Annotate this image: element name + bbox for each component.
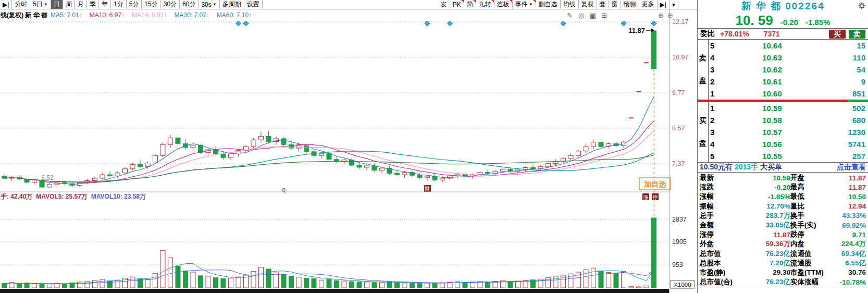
volume-axis-tick: 1905 — [672, 238, 687, 246]
toolbar-btn-fuquan[interactable]: 复权 — [579, 0, 597, 9]
buy-level-3[interactable]: 310.571230 — [709, 126, 868, 138]
gear-icon[interactable] — [858, 2, 865, 11]
toolbar-btn-ji[interactable]: 季 — [87, 0, 99, 9]
quote-details: 最新10.59开盘11.87涨跌-0.20最高11.87涨幅-1.85%最低10… — [698, 173, 868, 287]
toolbar-btn-die[interactable]: 叠 — [597, 0, 609, 9]
toolbar-btn-chuang[interactable]: 窗 — [609, 0, 621, 9]
bottom-scroll-strip[interactable] — [0, 289, 669, 293]
pen-icon[interactable]: ✎ — [567, 11, 573, 19]
lock-icon[interactable]: ⊞ — [601, 11, 607, 19]
buy-level-5[interactable]: 510.55257 — [709, 150, 868, 162]
detail-row-9: 总股本7.20亿流通股6.55亿 — [698, 259, 868, 268]
toolbar-btn-shezhi[interactable]: 设置 — [244, 0, 263, 9]
vol-legend-1: MAVOL5: 25.57万 — [36, 193, 87, 200]
buy-side-label: 买盘 — [698, 102, 709, 162]
brush-icon[interactable]: ▣ — [590, 11, 596, 19]
toolbar-btn-junxian[interactable]: 均线 — [561, 0, 579, 9]
buy-level-1[interactable]: 110.59502 — [709, 102, 868, 114]
eye-icon[interactable]: ◎ — [578, 11, 584, 19]
price-axis-tick: 8.57 — [672, 125, 685, 132]
toolbar-btn-pk[interactable]: PK — [450, 0, 464, 9]
ma-legend-3: MA30: 7.07↓ — [174, 11, 213, 19]
toolbar-btn-shijian[interactable]: 事件▼ — [513, 0, 536, 9]
toolbar-btn-min60[interactable]: 60分 — [180, 0, 199, 9]
volume-axis-tick: 2837 — [672, 216, 687, 223]
toolbar-btn-jiuzhuan[interactable]: 九转 — [476, 0, 494, 9]
toolbar-btn-jian[interactable]: 简 — [464, 0, 476, 9]
toolbar-btn-min30[interactable]: 30分 — [161, 0, 180, 9]
toolbar-btn-zhou[interactable]: 周 — [63, 0, 75, 9]
sell-side-label: 卖盘 — [698, 40, 709, 100]
toolbar-btn-s30[interactable]: 30s▼ — [199, 0, 219, 9]
price-block: 10. 59 -0.20 -1.85% — [698, 13, 868, 28]
order-book-buy: 买盘110.59502210.58680310.571230410.565741… — [698, 102, 868, 162]
detail-row-5: 金额33.05亿换手(实)69.92% — [698, 221, 868, 230]
buy-level-2[interactable]: 210.58680 — [709, 114, 868, 126]
sell-level-5[interactable]: 510.6415 — [709, 40, 868, 52]
big-order-text: 10.50元有 2013手 大买单 — [700, 163, 782, 172]
detail-row-3: 振幅12.70%量比12.94 — [698, 202, 868, 211]
period-label: 日线(复权) 新 华 都 — [0, 11, 47, 19]
zoom-out-icon[interactable]: ⊖ — [667, 11, 673, 19]
zoom-in-icon[interactable]: ⊕ — [658, 11, 664, 19]
weibi-label: 委比 — [700, 29, 715, 39]
toolbar-btn-lianban[interactable]: 连板 — [494, 0, 513, 9]
sell-level-3[interactable]: 310.6254 — [709, 64, 868, 76]
buy-level-4[interactable]: 410.565741 — [709, 138, 868, 150]
ma5-line — [4, 96, 654, 185]
new-flag-icon — [461, 0, 464, 3]
detail-row-0: 最新10.59开盘11.87 — [698, 173, 868, 182]
view-details-link[interactable]: 点击查看 — [837, 163, 866, 172]
detail-row-6: 涨停11.87跌停9.71 — [698, 230, 868, 239]
toolbar-btn-collapse[interactable]: ▶| — [0, 0, 12, 9]
toolbar-tools-group: 发PK简九转连板事件▼删自选均线复权叠窗预测更多▶|▾ — [438, 0, 678, 9]
price-axis-tick: 9.77 — [672, 89, 685, 96]
toolbar: ▶|分时5日▼日周月季年1分5分15分30分60分30s▼多周期设置 发PK简九… — [0, 0, 697, 9]
last-price: 10. 59 — [735, 13, 773, 29]
toolbar-btn-duozhouqi[interactable]: 多周期 — [220, 0, 244, 9]
toolbar-btn-min1[interactable]: 1分 — [111, 0, 127, 9]
toolbar-btn-yuce[interactable]: 预测 — [621, 0, 639, 9]
detail-row-10: 市盈(静)29.30市盈(TTM)30.76 — [698, 268, 868, 277]
sell-button[interactable]: 卖 — [849, 30, 865, 39]
buy-button[interactable]: 买 — [829, 30, 846, 39]
kline-chart[interactable]: q财11.87← 6.52加自选涨停12.1710.979.778.577.37… — [0, 9, 697, 293]
toolbar-btn-ri[interactable]: 日 — [51, 0, 63, 9]
app-window: ▶|分时5日▼日周月季年1分5分15分30分60分30s▼多周期设置 发PK简九… — [0, 0, 868, 293]
sell-level-1[interactable]: 110.60851 — [709, 88, 868, 100]
price-change: -0.20 — [780, 18, 798, 27]
toolbar-btn-wuri[interactable]: 5日▼ — [30, 0, 51, 9]
toolbar-btn-fenshi[interactable]: 分时 — [12, 0, 30, 9]
panel-header: 新 华 都 002264 — [698, 0, 868, 13]
svg-text:涨: 涨 — [643, 194, 649, 200]
toolbar-period-group: ▶|分时5日▼日周月季年1分5分15分30分60分30s▼多周期设置 — [0, 0, 263, 9]
detail-row-7: 外盘59.36万内盘224.4万 — [698, 239, 868, 249]
price-axis-tick: 7.37 — [672, 160, 685, 167]
volume-bars — [2, 218, 656, 288]
price-change-pct: -1.85% — [805, 18, 830, 27]
sell-level-2[interactable]: 210.619 — [709, 76, 868, 88]
toolbar-btn-more-dd[interactable]: ▾ — [669, 0, 678, 9]
detail-row-4: 总手283.7万换手43.33% — [698, 211, 868, 221]
toolbar-btn-yue[interactable]: 月 — [75, 0, 87, 9]
new-flag-icon — [473, 0, 476, 3]
stock-title: 新 华 都 002264 — [741, 1, 824, 11]
detail-row-11: 总市值(合)76.23亿实体涨幅-10.78% — [698, 277, 868, 287]
detail-row-1: 涨跌-0.20最高11.87 — [698, 182, 868, 192]
detail-row-8: 总市值76.23亿流通值69.34亿 — [698, 249, 868, 259]
toolbar-btn-min5[interactable]: 5分 — [127, 0, 142, 9]
price-axis-tick: 10.97 — [672, 54, 688, 61]
ex-rights-marker[interactable]: q — [282, 186, 286, 193]
toolbar-btn-fa[interactable]: 发 — [438, 0, 450, 9]
sell-level-4[interactable]: 410.63110 — [709, 52, 868, 64]
toolbar-btn-shanzixuan[interactable]: 删自选 — [536, 0, 561, 9]
toolbar-btn-jump-end[interactable]: ▶| — [658, 0, 669, 9]
big-order-notice: 10.50元有 2013手 大买单 点击查看 — [698, 162, 868, 173]
new-flag-icon — [491, 0, 494, 3]
toolbar-btn-gengduo[interactable]: 更多 — [639, 0, 658, 9]
toolbar-btn-nian[interactable]: 年 — [99, 0, 111, 9]
order-book-sell: 卖盘510.6415410.63110310.6254210.619110.60… — [698, 40, 868, 100]
toolbar-btn-min15[interactable]: 15分 — [142, 0, 160, 9]
ma-legend-4: MA60: 7.10↑ — [217, 11, 255, 19]
event-diamond-icon[interactable] — [651, 21, 656, 26]
